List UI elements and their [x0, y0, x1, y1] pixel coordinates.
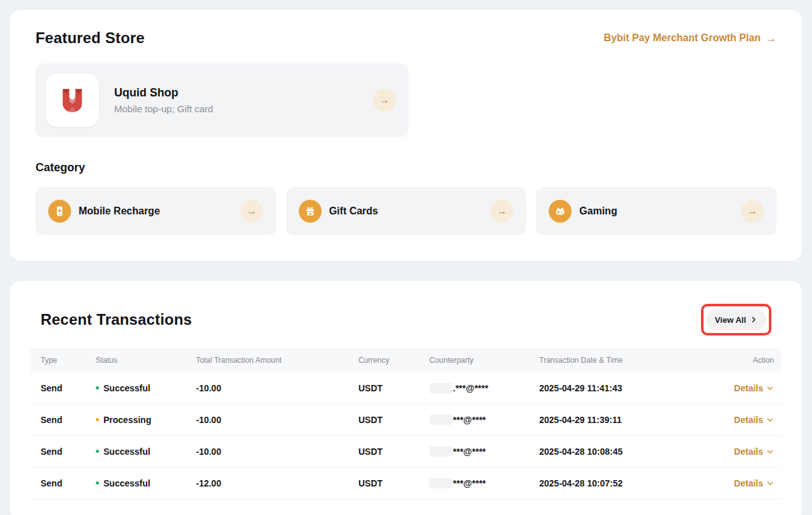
tx-counterparty: ***@****	[429, 436, 539, 467]
tx-currency: USDT	[358, 372, 429, 404]
featured-store-section: Featured Store Bybit Pay Merchant Growth…	[10, 10, 802, 261]
category-card-gaming[interactable]: Gaming →	[536, 187, 776, 235]
status-dot	[96, 386, 99, 389]
status-label: Processing	[103, 415, 151, 425]
col-status: Status	[96, 348, 196, 372]
chevron-down-icon	[766, 448, 774, 455]
details-link[interactable]: Details	[734, 415, 774, 425]
category-label-gift-cards: Gift Cards	[329, 205, 378, 217]
col-amount: Total Transaction Amount	[196, 348, 358, 372]
transactions-header: Recent Transactions View All	[30, 296, 782, 336]
category-row: Mobile Recharge → Gift Cards →	[36, 187, 776, 235]
col-action: Action	[730, 348, 782, 372]
merchant-growth-plan-link[interactable]: Bybit Pay Merchant Growth Plan →	[604, 32, 776, 44]
tx-type: Send	[30, 436, 96, 467]
tx-amount: -10.00	[196, 404, 358, 436]
status-dot	[96, 481, 99, 485]
store-description: Mobile top-up; Gift card	[114, 103, 213, 114]
tx-counterparty: ***@****	[429, 404, 539, 436]
uquid-shop-card[interactable]: Uquid Shop Mobile top-up; Gift card →	[36, 63, 409, 137]
col-currency: Currency	[358, 348, 429, 372]
tx-datetime: 2025-04-28 10:08:45	[539, 436, 730, 467]
recent-transactions-section: Recent Transactions View All Type Status…	[10, 281, 802, 515]
redacted-text	[429, 478, 452, 488]
status-label: Successful	[103, 447, 150, 457]
uquid-logo-icon	[46, 74, 99, 127]
featured-store-title: Featured Store	[36, 29, 145, 47]
category-label-mobile-recharge: Mobile Recharge	[79, 205, 160, 217]
counterparty-mask: ***@****	[453, 478, 486, 488]
tx-type: Send	[30, 404, 96, 436]
tx-datetime: 2025-04-29 11:39:11	[539, 404, 730, 436]
tx-counterparty: .***@****	[429, 372, 539, 404]
gift-box-icon	[299, 200, 322, 223]
tx-status: Successful	[96, 467, 196, 499]
tx-status: Successful	[96, 372, 196, 404]
bybit-pay-page: Featured Store Bybit Pay Merchant Growth…	[0, 10, 812, 515]
tx-counterparty: ***@****	[429, 467, 539, 499]
category-label-gaming: Gaming	[579, 205, 617, 217]
counterparty-mask: ***@****	[453, 447, 486, 457]
arrow-right-icon: →	[247, 206, 257, 216]
category-title: Category	[36, 161, 776, 174]
category-card-gift-cards[interactable]: Gift Cards →	[286, 187, 527, 235]
tx-amount: -10.00	[196, 372, 358, 404]
store-name: Uquid Shop	[114, 86, 213, 100]
details-label: Details	[734, 383, 763, 393]
merchant-growth-plan-label: Bybit Pay Merchant Growth Plan	[604, 32, 761, 44]
tx-datetime: 2025-04-28 10:07:52	[539, 467, 730, 499]
transaction-row: Send Processing -10.00 USDT ***@**** 202…	[30, 404, 782, 436]
counterparty-mask: ***@****	[453, 415, 486, 425]
uquid-shop-arrow-button[interactable]: →	[373, 89, 396, 112]
chevron-right-icon	[750, 316, 757, 323]
chevron-down-icon	[766, 479, 774, 487]
featured-store-header: Featured Store Bybit Pay Merchant Growth…	[36, 29, 776, 47]
tx-status: Successful	[96, 436, 196, 467]
arrow-right-icon: →	[747, 206, 757, 216]
tx-action: Details	[730, 404, 782, 436]
recent-transactions-title: Recent Transactions	[41, 311, 192, 329]
arrow-right-icon: →	[497, 206, 507, 216]
arrow-right-icon: →	[379, 95, 390, 105]
col-datetime: Transaction Date & Time	[539, 348, 730, 372]
details-label: Details	[734, 478, 763, 488]
tx-currency: USDT	[358, 467, 429, 499]
tx-type: Send	[30, 372, 96, 404]
transaction-row: Send Successful -10.00 USDT .***@**** 20…	[30, 372, 782, 404]
tx-action: Details	[730, 372, 782, 404]
tx-action: Details	[730, 467, 782, 499]
game-controller-icon	[549, 200, 572, 223]
redacted-text	[429, 415, 452, 424]
gift-cards-arrow-button[interactable]: →	[490, 200, 513, 223]
tx-action: Details	[730, 436, 782, 467]
col-type: Type	[30, 348, 96, 372]
redacted-text	[429, 383, 452, 393]
tx-amount: -10.00	[196, 436, 358, 467]
tx-amount: -12.00	[196, 467, 358, 499]
details-link[interactable]: Details	[734, 383, 774, 393]
store-info: Uquid Shop Mobile top-up; Gift card	[114, 86, 213, 114]
mobile-recharge-arrow-button[interactable]: →	[240, 200, 263, 223]
tx-currency: USDT	[358, 436, 429, 467]
transactions-table: Type Status Total Transaction Amount Cur…	[30, 348, 782, 499]
view-all-button[interactable]: View All	[706, 309, 766, 330]
mobile-phone-download-icon	[48, 200, 71, 223]
status-label: Successful	[103, 478, 150, 488]
gaming-arrow-button[interactable]: →	[741, 200, 764, 223]
status-dot	[96, 450, 99, 453]
tx-datetime: 2025-04-29 11:41:43	[539, 372, 730, 404]
status-dot	[96, 418, 99, 421]
details-label: Details	[734, 447, 763, 457]
transaction-row: Send Successful -12.00 USDT ***@**** 202…	[30, 467, 782, 499]
transaction-row: Send Successful -10.00 USDT ***@**** 202…	[30, 436, 782, 467]
view-all-label: View All	[715, 315, 746, 325]
details-link[interactable]: Details	[734, 447, 774, 457]
chevron-down-icon	[766, 416, 774, 424]
table-header-row: Type Status Total Transaction Amount Cur…	[30, 348, 782, 372]
redacted-text	[429, 447, 452, 456]
category-card-mobile-recharge[interactable]: Mobile Recharge →	[36, 187, 276, 235]
status-label: Successful	[103, 383, 150, 393]
view-all-highlight-annotation: View All	[701, 304, 771, 336]
col-counterparty: Counterparty	[429, 348, 539, 372]
details-link[interactable]: Details	[734, 478, 774, 488]
